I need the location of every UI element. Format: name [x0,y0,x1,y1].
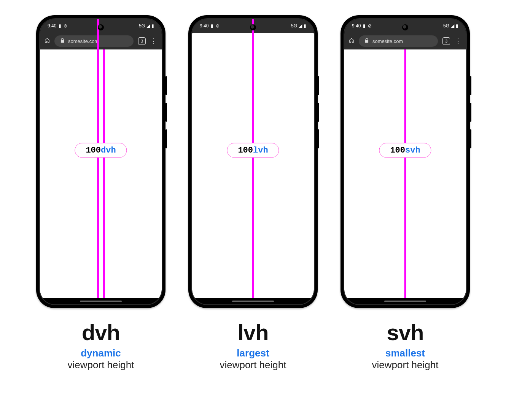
url-text: somesite.com [68,38,99,44]
unit-adjective: smallest [372,347,439,359]
page-viewport [40,49,162,298]
status-time: 9:40 [200,23,208,29]
badge-unit: svh [405,146,420,155]
phone-frame-lvh: 9:40 ▮ ⊘ 5G ◢ ▮ 100lvh [188,15,318,308]
tab-count-button[interactable]: 3 [138,37,146,45]
notif-icon: ▮ [363,23,366,29]
badge-unit: dvh [101,146,116,155]
badge-value: 100 [390,146,405,155]
unit-badge: 100svh [379,143,431,158]
browser-toolbar: somesite.com 3 ⋮ [40,33,162,49]
height-indicator-line [404,49,406,298]
status-time: 9:40 [48,23,56,29]
unit-abbr: dvh [68,320,134,345]
unit-badge: 100dvh [75,143,127,158]
network-label: 5G [443,23,449,29]
gesture-nav-pill-icon [232,301,274,302]
notif-icon: ▮ [59,23,61,29]
unit-desc: viewport height [68,359,134,371]
unit-abbr: lvh [220,320,286,345]
height-indicator-line [252,19,254,298]
camera-hole-icon [98,24,104,30]
caption-svh: svh smallest viewport height [372,320,439,371]
badge-value: 100 [238,146,253,155]
battery-icon: ▮ [456,23,458,29]
lock-icon [364,38,369,45]
url-text: somesite.com [372,38,403,44]
phone-frame-dvh: 9:40 ▮ ⊘ 5G ◢ ▮ somesite. [36,15,165,308]
unit-adjective: largest [220,347,286,359]
column-dvh: 9:40 ▮ ⊘ 5G ◢ ▮ somesite. [36,15,165,405]
column-svh: 9:40 ▮ ⊘ 5G ◢ ▮ somesite. [341,15,470,405]
do-not-disturb-icon: ⊘ [64,23,67,29]
unit-desc: viewport height [372,359,439,371]
network-label: 5G [139,23,145,29]
caption-lvh: lvh largest viewport height [220,320,286,371]
lock-icon [60,38,65,45]
signal-icon: ◢ [451,23,454,29]
phone-frame-svh: 9:40 ▮ ⊘ 5G ◢ ▮ somesite. [341,15,470,308]
network-label: 5G [291,23,297,29]
signal-icon: ◢ [146,23,150,29]
badge-unit: lvh [253,146,268,155]
unit-adjective: dynamic [68,347,134,359]
home-icon[interactable] [349,38,354,45]
phone-screen: 9:40 ▮ ⊘ 5G ◢ ▮ somesite. [39,18,162,305]
badge-value: 100 [86,146,101,155]
caption-dvh: dvh dynamic viewport height [68,320,134,371]
address-bar[interactable]: somesite.com [54,35,134,47]
unit-badge: 100lvh [227,143,279,158]
overflow-menu-icon[interactable]: ⋮ [455,38,461,45]
address-bar[interactable]: somesite.com [359,35,438,47]
do-not-disturb-icon: ⊘ [216,23,220,29]
gesture-nav-pill-icon [384,301,426,302]
do-not-disturb-icon: ⊘ [368,23,372,29]
phone-screen: 9:40 ▮ ⊘ 5G ◢ ▮ 100lvh [191,18,315,305]
column-lvh: 9:40 ▮ ⊘ 5G ◢ ▮ 100lvh lvh largest view [188,15,318,405]
unit-desc: viewport height [220,359,286,371]
overflow-menu-icon[interactable]: ⋮ [150,38,157,45]
browser-toolbar: somesite.com 3 ⋮ [344,33,466,49]
camera-hole-icon [402,24,408,30]
status-time: 9:40 [352,23,361,29]
battery-icon: ▮ [304,23,306,29]
gesture-nav-pill-icon [80,301,122,302]
camera-hole-icon [250,24,256,30]
tab-count-button[interactable]: 3 [442,37,450,45]
phone-screen: 9:40 ▮ ⊘ 5G ◢ ▮ somesite. [344,18,467,305]
battery-icon: ▮ [151,23,154,29]
signal-icon: ◢ [299,23,302,29]
unit-abbr: svh [372,320,439,345]
home-icon[interactable] [45,38,50,45]
notif-icon: ▮ [211,23,213,29]
height-indicator-line-short [103,49,105,298]
height-indicator-line-full [97,19,99,298]
